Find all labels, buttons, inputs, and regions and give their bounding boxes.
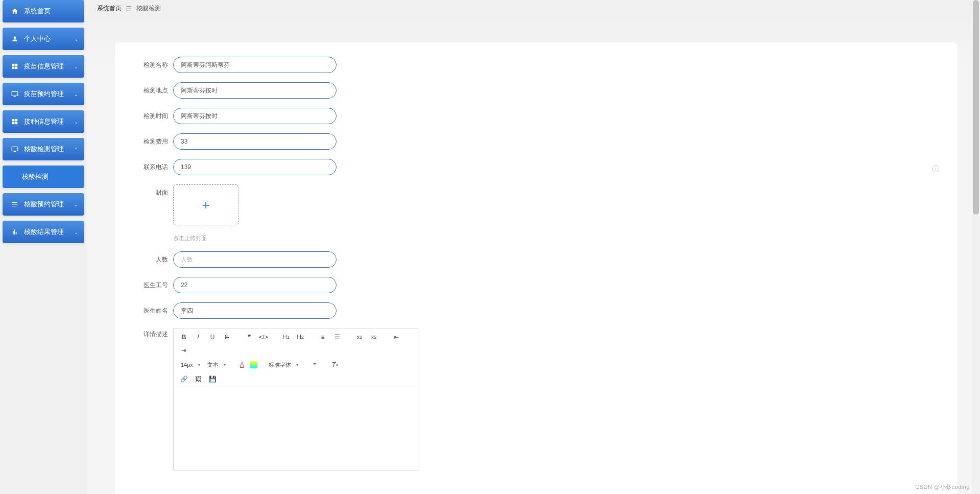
label-cost: 检测费用 <box>135 137 168 146</box>
input-time[interactable] <box>173 108 337 124</box>
chart-icon <box>11 228 19 236</box>
plus-icon: + <box>202 197 209 213</box>
align-icon[interactable]: ≡ <box>308 359 321 370</box>
chevron-icon: ⌄ <box>74 202 78 207</box>
chevron-icon: ⌃ <box>74 147 78 152</box>
input-docname[interactable] <box>173 302 337 319</box>
label-count: 人数 <box>135 255 168 264</box>
h1-icon[interactable]: H1 <box>280 332 292 343</box>
sidebar-item-7[interactable]: 核酸预约管理⌄ <box>3 193 84 216</box>
sidebar-item-label: 疫苗信息管理 <box>24 62 64 71</box>
input-docid[interactable] <box>173 277 337 293</box>
user-icon <box>11 35 19 43</box>
strike-icon[interactable]: S <box>221 332 233 343</box>
list-icon <box>11 200 19 208</box>
rich-editor: B I U S ❞ </> H1 H2 ≡ <box>173 328 418 471</box>
grid-icon <box>11 117 19 126</box>
label-place: 检测地点 <box>135 86 168 95</box>
sidebar-item-5[interactable]: 核酸检测管理⌃ <box>3 138 84 160</box>
h2-icon[interactable]: H2 <box>294 332 306 343</box>
sidebar-item-label: 核酸结果管理 <box>24 227 64 237</box>
breadcrumb-home[interactable]: 系统首页 <box>97 4 122 13</box>
code-icon[interactable]: </> <box>257 332 270 343</box>
sidebar-item-label: 核酸预约管理 <box>24 200 64 209</box>
input-place[interactable] <box>173 82 337 99</box>
sidebar-item-label: 核酸检测管理 <box>24 145 64 154</box>
input-cost[interactable] <box>173 133 337 150</box>
upload-hint: 点击上传封面 <box>173 234 337 242</box>
input-phone[interactable] <box>173 159 337 175</box>
sup-icon[interactable]: x2 <box>368 332 380 343</box>
monitor-icon <box>11 90 19 98</box>
breadcrumb: 系统首页 ☰ 核酸检测 <box>87 0 972 17</box>
sidebar-item-4[interactable]: 接种信息管理⌄ <box>3 110 84 133</box>
bold-icon[interactable]: B <box>178 332 190 343</box>
fontsize-select[interactable]: 14px <box>178 359 202 370</box>
input-count[interactable] <box>173 251 337 268</box>
scrollbar-thumb[interactable] <box>973 0 979 215</box>
sidebar-item-0[interactable]: 系统首页 <box>3 0 84 22</box>
label-desc: 详情描述 <box>135 328 168 339</box>
scrollbar[interactable] <box>972 0 980 494</box>
monitor-icon <box>11 145 19 153</box>
italic-icon[interactable]: I <box>192 332 204 343</box>
sidebar-item-label: 疫苗预约管理 <box>24 89 64 99</box>
input-name[interactable] <box>173 57 337 73</box>
sub-icon[interactable]: x2 <box>353 332 366 343</box>
label-docid: 医生工号 <box>135 281 168 290</box>
sidebar-item-6[interactable]: 核酸检测 <box>3 166 84 188</box>
sidebar-item-label: 核酸检测 <box>22 172 49 181</box>
chevron-icon: ⌄ <box>74 36 78 42</box>
ol-icon[interactable]: ≡ <box>317 332 329 343</box>
breadcrumb-current: 核酸检测 <box>136 4 161 13</box>
form-panel: 检测名称 检测地点 检测时间 检测费用 联系电话 <box>115 42 958 494</box>
sidebar-item-label: 系统首页 <box>24 7 51 16</box>
textcolor-icon[interactable]: A <box>236 359 248 370</box>
label-name: 检测名称 <box>135 61 168 69</box>
sidebar-item-label: 接种信息管理 <box>24 117 64 126</box>
editor-body[interactable] <box>174 388 418 470</box>
image-icon[interactable]: 🖼 <box>192 373 204 385</box>
sidebar-item-1[interactable]: 个人中心⌄ <box>3 28 84 50</box>
upload-cover[interactable]: + <box>173 184 238 225</box>
underline-icon[interactable]: U <box>206 332 219 343</box>
home-icon <box>11 7 19 15</box>
fontfamily-select[interactable]: 标准字体 <box>266 359 300 370</box>
save-icon[interactable]: 💾 <box>206 373 219 385</box>
quote-icon[interactable]: ❞ <box>243 332 255 343</box>
editor-toolbar: B I U S ❞ </> H1 H2 ≡ <box>174 328 418 388</box>
link-icon[interactable]: 🔗 <box>178 373 190 385</box>
clearformat-icon[interactable]: Tx <box>329 359 341 370</box>
label-phone: 联系电话 <box>135 163 168 172</box>
sidebar-item-label: 个人中心 <box>24 34 51 43</box>
sidebar: 系统首页个人中心⌄疫苗信息管理⌄疫苗预约管理⌄接种信息管理⌄核酸检测管理⌃核酸检… <box>0 0 87 494</box>
indent-icon[interactable]: ⇤ <box>390 332 402 343</box>
label-cover: 封面 <box>135 184 168 197</box>
chevron-icon: ⌄ <box>74 91 78 97</box>
chevron-icon: ⌄ <box>74 119 78 125</box>
label-docname: 医生姓名 <box>135 307 168 315</box>
outdent-icon[interactable]: ⇥ <box>178 345 190 356</box>
watermark: CSDN @小蔡coding <box>915 483 970 491</box>
grid-icon <box>11 62 19 70</box>
bgcolor-icon[interactable] <box>250 361 257 368</box>
chevron-icon: ⌄ <box>74 229 78 235</box>
breadcrumb-sep-icon: ☰ <box>126 5 132 13</box>
sidebar-item-2[interactable]: 疫苗信息管理⌄ <box>3 55 84 78</box>
label-time: 检测时间 <box>135 112 168 121</box>
sidebar-item-8[interactable]: 核酸结果管理⌄ <box>3 221 84 243</box>
chevron-icon: ⌄ <box>74 64 78 69</box>
sidebar-item-3[interactable]: 疫苗预约管理⌄ <box>3 83 84 105</box>
info-icon[interactable]: i <box>932 165 939 172</box>
blocktype-select[interactable]: 文本 <box>204 359 228 370</box>
ul-icon[interactable]: ☰ <box>331 332 343 343</box>
